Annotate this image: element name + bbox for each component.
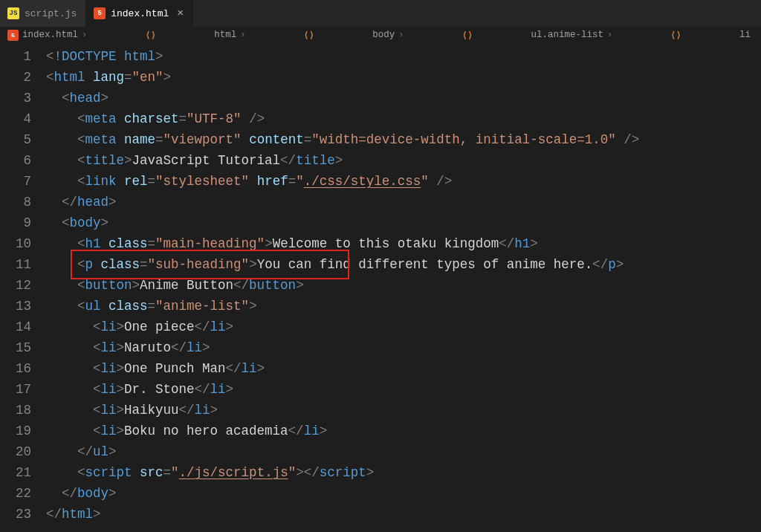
line-number[interactable]: 1 (0, 46, 31, 67)
line-number[interactable]: 6 (0, 150, 31, 171)
line-number[interactable]: 22 (0, 483, 31, 504)
chevron-right-icon: › (605, 30, 615, 40)
code-content[interactable]: <!DOCTYPE html> <html lang="en"> <head> … (46, 46, 761, 525)
close-icon[interactable]: × (177, 8, 184, 19)
code-line[interactable]: <h1 class="main-heading">Welcome to this… (46, 233, 761, 254)
line-number[interactable]: 3 (0, 88, 31, 108)
code-line[interactable]: <li>One Punch Man</li> (46, 358, 761, 379)
tab-script-js[interactable]: JS script.js (0, 0, 86, 27)
line-number[interactable]: 16 (0, 358, 31, 379)
code-line[interactable]: <html lang="en"> (46, 67, 761, 88)
code-line[interactable]: <body> (46, 213, 761, 233)
code-line[interactable]: <link rel="stylesheet" href="./css/style… (46, 171, 761, 192)
code-line[interactable]: <head> (46, 88, 761, 108)
line-number[interactable]: 13 (0, 296, 31, 317)
chevron-right-icon: › (238, 30, 247, 40)
chevron-right-icon: › (396, 30, 406, 40)
code-editor[interactable]: 1 2 3 4 5 6 7 8 9 10 11 12 13 14 15 16 1… (0, 43, 761, 525)
chevron-right-icon: › (80, 30, 89, 40)
tab-bar: JS script.js 5 index.html × (0, 0, 761, 27)
line-number[interactable]: 9 (0, 213, 31, 233)
breadcrumb: 5 index.html › ⟨⟩ html › ⟨⟩ body › ⟨⟩ ul… (0, 27, 761, 43)
element-icon: ⟨⟩ (407, 30, 527, 41)
line-number[interactable]: 8 (0, 192, 31, 213)
tab-index-html[interactable]: 5 index.html × (86, 0, 193, 27)
code-line[interactable]: <script src="./js/script.js"></script> (46, 462, 761, 483)
code-line[interactable]: </body> (46, 483, 761, 504)
html-file-icon: 5 (94, 7, 106, 19)
breadcrumb-item[interactable]: ul.anime-list (531, 30, 603, 40)
line-number[interactable]: 15 (0, 337, 31, 358)
code-line[interactable]: <meta name="viewport" content="width=dev… (46, 129, 761, 150)
html-file-icon: 5 (7, 30, 19, 41)
tab-label: index.html (111, 8, 169, 19)
line-number[interactable]: 4 (0, 108, 31, 129)
line-number[interactable]: 18 (0, 400, 31, 421)
code-line[interactable]: <li>Naruto</li> (46, 337, 761, 358)
code-line[interactable]: </html> (46, 504, 761, 525)
line-number[interactable]: 20 (0, 441, 31, 462)
code-line[interactable]: <li>Haikyuu</li> (46, 400, 761, 421)
code-line[interactable]: </head> (46, 192, 761, 213)
line-number-gutter: 1 2 3 4 5 6 7 8 9 10 11 12 13 14 15 16 1… (0, 46, 46, 525)
line-number[interactable]: 17 (0, 379, 31, 400)
code-line[interactable]: </ul> (46, 441, 761, 462)
element-icon: ⟨⟩ (249, 30, 369, 41)
line-number[interactable]: 2 (0, 67, 31, 88)
breadcrumb-item[interactable]: html (214, 30, 236, 40)
line-number[interactable]: 12 (0, 275, 31, 296)
breadcrumb-file[interactable]: index.html (22, 30, 78, 40)
code-line[interactable]: <p class="sub-heading">You can find diff… (46, 254, 761, 275)
line-number[interactable]: 10 (0, 233, 31, 254)
js-file-icon: JS (7, 7, 19, 19)
breadcrumb-item[interactable]: li (739, 30, 751, 40)
element-icon: ⟨⟩ (91, 30, 210, 41)
breadcrumb-item[interactable]: body (372, 30, 395, 40)
line-number[interactable]: 23 (0, 504, 31, 525)
code-line[interactable]: <li>One piece</li> (46, 317, 761, 337)
code-line[interactable]: <!DOCTYPE html> (46, 46, 761, 67)
line-number[interactable]: 14 (0, 317, 31, 337)
code-line[interactable]: <title>JavaScript Tutorial</title> (46, 150, 761, 171)
code-line[interactable]: <li>Dr. Stone</li> (46, 379, 761, 400)
line-number[interactable]: 5 (0, 129, 31, 150)
tab-label: script.js (25, 8, 77, 19)
line-number[interactable]: 21 (0, 462, 31, 483)
code-line[interactable]: <button>Anime Button</button> (46, 275, 761, 296)
line-number[interactable]: 19 (0, 421, 31, 441)
code-line[interactable]: <meta charset="UTF-8" /> (46, 108, 761, 129)
line-number[interactable]: 7 (0, 171, 31, 192)
element-icon: ⟨⟩ (616, 30, 736, 41)
code-line[interactable]: <li>Boku no hero academia</li> (46, 421, 761, 441)
line-number[interactable]: 11 (0, 254, 31, 275)
code-line[interactable]: <ul class="anime-list"> (46, 296, 761, 317)
